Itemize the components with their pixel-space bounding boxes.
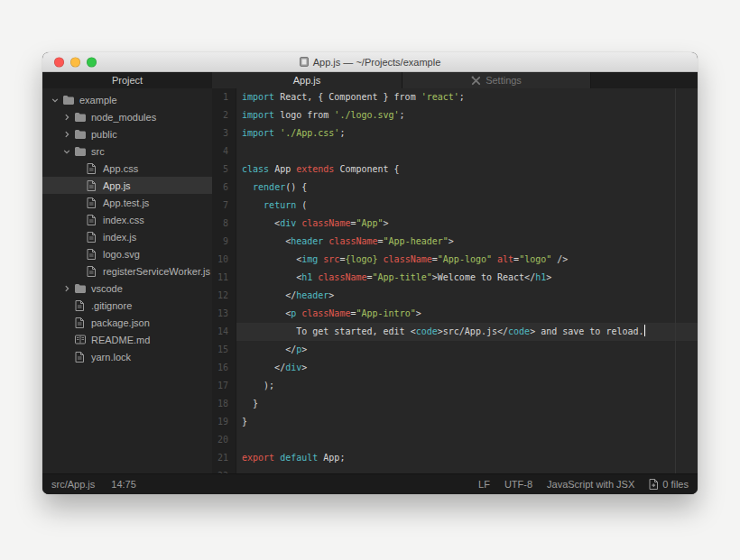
code-line: 5class App extends Component {	[212, 161, 698, 179]
code-line: 14 To get started, edit <code>src/App.js…	[212, 323, 698, 341]
project-panel-header: Project	[42, 72, 212, 88]
tree-item-label: registerServiceWorker.js	[103, 266, 210, 277]
line-number: 9	[212, 233, 236, 251]
code-text[interactable]: class App extends Component {	[236, 161, 698, 179]
code-text[interactable]: }	[236, 395, 698, 413]
tab-settings[interactable]: Settings	[402, 72, 591, 88]
line-number: 2	[212, 106, 236, 124]
line-number: 16	[212, 359, 236, 377]
code-text[interactable]: import './App.css';	[236, 124, 698, 142]
tree-item-label: README.md	[91, 335, 150, 345]
tree-item-label: public	[91, 129, 117, 140]
code-text[interactable]: <header className="App-header">	[236, 233, 698, 251]
line-number: 20	[212, 431, 236, 449]
tree-item-label: index.js	[103, 232, 136, 243]
tree-item-label: vscode	[91, 283, 123, 294]
code-text[interactable]: }	[236, 413, 698, 431]
code-text[interactable]: </p>	[236, 341, 698, 359]
code-text[interactable]: <img src={logo} className="App-logo" alt…	[236, 251, 698, 269]
tree-item[interactable]: index.css	[42, 211, 212, 228]
close-button[interactable]	[54, 57, 64, 67]
window-titlebar[interactable]: App.js — ~/Projects/example	[42, 52, 698, 72]
tree-item[interactable]: App.test.js	[42, 194, 212, 211]
code-text[interactable]: </div>	[236, 359, 698, 377]
code-editor[interactable]: 1import React, { Component } from 'react…	[212, 88, 698, 473]
git-status-label: 0 files	[662, 479, 689, 490]
folder-icon	[63, 96, 79, 105]
line-number: 22	[212, 467, 236, 473]
line-number: 8	[212, 215, 236, 233]
tree-item[interactable]: index.js	[42, 228, 212, 245]
tree-item[interactable]: App.css	[42, 160, 212, 177]
code-line: 19}	[212, 413, 698, 431]
file-icon	[87, 266, 102, 277]
chevron-right-icon	[63, 131, 75, 138]
code-line: 2import logo from './logo.svg';	[212, 106, 698, 124]
code-text[interactable]: import React, { Component } from 'react'…	[236, 88, 698, 106]
code-text[interactable]: </header>	[236, 287, 698, 305]
code-line: 20	[212, 431, 698, 449]
code-text[interactable]: To get started, edit <code>src/App.js</c…	[236, 323, 698, 341]
line-number: 21	[212, 449, 236, 467]
git-status[interactable]: 0 files	[649, 479, 689, 490]
line-number: 15	[212, 341, 236, 359]
status-bar: src/App.js 14:75 LF UTF-8 JavaScript wit…	[42, 473, 698, 494]
tree-item[interactable]: src	[42, 142, 212, 160]
code-line: 6 render() {	[212, 179, 698, 197]
tree-item[interactable]: yarn.lock	[42, 348, 212, 365]
file-icon	[87, 249, 102, 260]
tab-bar: Project App.js Settings	[42, 72, 698, 88]
status-bar-right: LF UTF-8 JavaScript with JSX 0 files	[478, 479, 689, 490]
tree-item[interactable]: App.js	[42, 177, 212, 194]
line-number: 18	[212, 395, 236, 413]
folder-icon	[75, 130, 90, 139]
grammar-indicator[interactable]: JavaScript with JSX	[547, 479, 634, 490]
chevron-right-icon	[63, 114, 75, 121]
tree-item[interactable]: vscode	[42, 280, 212, 297]
line-number: 19	[212, 413, 236, 431]
code-text[interactable]	[236, 142, 698, 161]
code-text[interactable]: export default App;	[236, 449, 698, 467]
line-number: 7	[212, 197, 236, 215]
file-path: src/App.js	[51, 479, 95, 490]
desktop-background: App.js — ~/Projects/example Project App.…	[0, 0, 740, 560]
encoding-indicator[interactable]: UTF-8	[504, 479, 532, 490]
tree-item[interactable]: README.md	[42, 331, 212, 348]
cursor-position[interactable]: 14:75	[111, 479, 136, 490]
code-area[interactable]: 1import React, { Component } from 'react…	[212, 88, 698, 473]
tree-item[interactable]: package.json	[42, 314, 212, 331]
line-number: 14	[212, 323, 236, 341]
file-icon	[87, 215, 102, 225]
tab-bar-filler	[591, 72, 698, 88]
line-number: 1	[212, 88, 236, 106]
tree-item[interactable]: node_modules	[42, 108, 212, 125]
code-text[interactable]	[236, 467, 698, 473]
code-text[interactable]: <p className="App-intro">	[236, 305, 698, 323]
tree-item-label: example	[79, 95, 117, 106]
line-number: 4	[212, 142, 236, 161]
traffic-lights	[54, 57, 97, 67]
code-text[interactable]: <h1 className="App-title">Welcome to Rea…	[236, 269, 698, 287]
zoom-button[interactable]	[87, 57, 97, 67]
tree-item[interactable]: .gitignore	[42, 297, 212, 314]
tree-item[interactable]: logo.svg	[42, 245, 212, 262]
tab-appjs[interactable]: App.js	[212, 72, 402, 88]
code-text[interactable]	[236, 431, 698, 449]
code-text[interactable]: import logo from './logo.svg';	[236, 106, 698, 124]
tree-item-label: App.css	[103, 163, 138, 174]
code-text[interactable]: return (	[236, 197, 698, 215]
code-text[interactable]: <div className="App">	[236, 215, 698, 233]
code-line: 22	[212, 467, 698, 473]
tree-item[interactable]: registerServiceWorker.js	[42, 262, 212, 280]
code-text[interactable]: );	[236, 377, 698, 395]
line-number: 11	[212, 269, 236, 287]
line-number: 3	[212, 124, 236, 142]
tree-item[interactable]: example	[42, 91, 212, 108]
line-ending-indicator[interactable]: LF	[478, 479, 490, 490]
code-text[interactable]: render() {	[236, 179, 698, 197]
tree-item-label: yarn.lock	[91, 352, 131, 363]
line-number: 13	[212, 305, 236, 323]
minimize-button[interactable]	[70, 57, 80, 67]
tab-settings-label: Settings	[486, 75, 522, 86]
tree-item[interactable]: public	[42, 125, 212, 142]
